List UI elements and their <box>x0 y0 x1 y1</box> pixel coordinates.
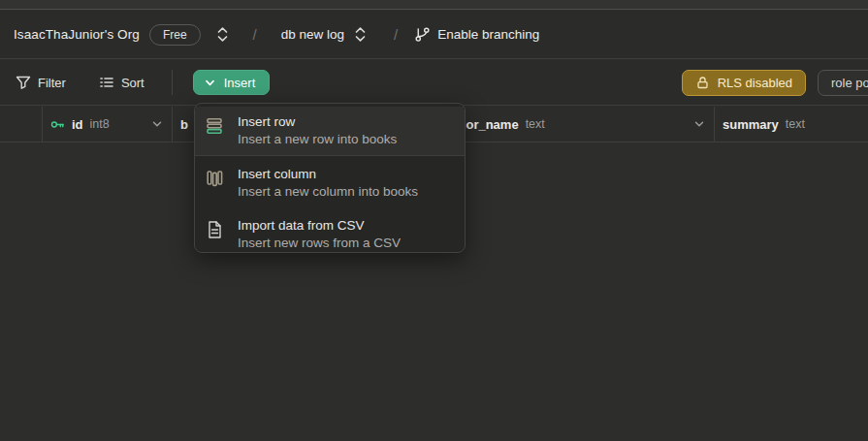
menu-item-subtitle: Insert new rows from a CSV <box>238 235 401 251</box>
column-type: int8 <box>90 117 110 131</box>
menu-item-title: Insert row <box>238 113 397 131</box>
column-name: summary <box>723 117 779 132</box>
role-button-label: role po <box>831 76 868 90</box>
project-switcher-chevrons-icon[interactable] <box>353 26 368 43</box>
lock-icon <box>695 76 710 90</box>
chevron-down-icon[interactable] <box>150 117 164 131</box>
import-csv-icon <box>204 220 225 239</box>
org-name[interactable]: IsaacThaJunior's Org <box>14 27 140 42</box>
insert-button-label: Insert <box>224 76 256 90</box>
filter-funnel-icon <box>16 75 31 90</box>
insert-dropdown-menu: Insert row Insert a new row into books I… <box>194 103 466 253</box>
breadcrumb-bar: IsaacThaJunior's Org Free / db new log /… <box>0 11 868 59</box>
sort-button[interactable]: Sort <box>93 71 150 94</box>
insert-column-icon <box>204 169 225 188</box>
rls-disabled-button[interactable]: RLS disabled <box>682 70 806 96</box>
sort-list-icon <box>99 75 114 90</box>
org-switcher-chevrons-icon[interactable] <box>215 26 230 43</box>
menu-item-subtitle: Insert a new row into books <box>238 131 397 147</box>
insert-row-icon <box>204 116 225 136</box>
menu-item-title: Insert column <box>238 166 418 183</box>
sort-label: Sort <box>121 76 145 90</box>
insert-button[interactable]: Insert <box>193 70 271 95</box>
toolbar-right-group: RLS disabled role po <box>682 70 868 96</box>
menu-item-insert-row[interactable]: Insert row Insert a new row into books <box>195 107 465 155</box>
role-button[interactable]: role po <box>818 70 868 96</box>
breadcrumb-separator: / <box>394 26 398 43</box>
window-top-strip <box>0 0 868 10</box>
column-type: text <box>526 117 545 131</box>
enable-branching-button[interactable]: Enable branching <box>437 27 539 42</box>
menu-separator <box>195 155 465 156</box>
menu-item-import-csv[interactable]: Import data from CSV Insert new rows fro… <box>195 210 465 253</box>
column-header-id[interactable]: id int8 <box>43 107 173 142</box>
primary-key-icon <box>50 117 65 132</box>
table-toolbar: Filter Sort Insert RLS <box>0 60 868 106</box>
chevron-down-icon <box>204 77 216 89</box>
column-name: id <box>72 117 83 132</box>
column-type: text <box>786 117 805 131</box>
toolbar-divider <box>172 70 173 95</box>
filter-button[interactable]: Filter <box>10 71 72 94</box>
menu-item-subtitle: Insert a new column into books <box>238 183 418 200</box>
menu-item-insert-column[interactable]: Insert column Insert a new column into b… <box>195 159 465 207</box>
chevron-down-icon[interactable] <box>692 117 706 131</box>
menu-item-title: Import data from CSV <box>238 217 401 235</box>
rls-disabled-label: RLS disabled <box>718 76 792 90</box>
column-header-summary[interactable]: summary text <box>715 107 868 142</box>
plan-badge[interactable]: Free <box>149 24 201 46</box>
git-branch-icon <box>414 26 431 43</box>
project-name[interactable]: db new log <box>281 27 344 42</box>
filter-label: Filter <box>38 76 66 90</box>
select-all-header-cell[interactable] <box>0 107 43 142</box>
breadcrumb-separator: / <box>253 26 257 43</box>
column-header-author-name[interactable]: author_name text <box>432 107 715 142</box>
column-name: b <box>180 117 188 132</box>
